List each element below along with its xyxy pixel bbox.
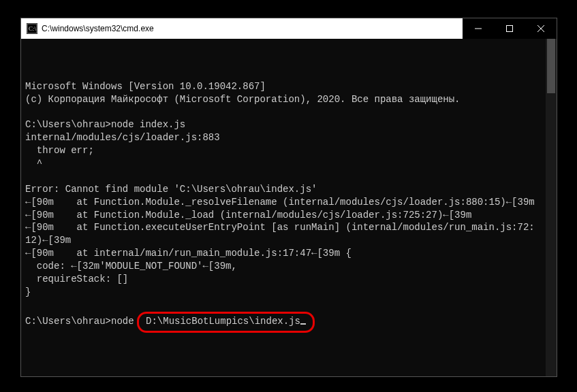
output-line: requireStack: []	[25, 274, 128, 284]
text-cursor	[300, 323, 306, 325]
output-line: ←[90m at internal/main/run_main_module.j…	[25, 248, 352, 259]
window-controls	[463, 18, 557, 39]
output-line: ←[90m at Function.executeUserEntryPoint …	[25, 222, 535, 246]
command-text: node index.js	[111, 119, 185, 130]
scrollbar[interactable]	[546, 39, 557, 376]
command-text: node	[111, 316, 140, 327]
window-title: C:\windows\system32\cmd.exe	[42, 24, 463, 33]
terminal-output[interactable]: Microsoft Windows [Version 10.0.19042.86…	[21, 39, 557, 376]
prompt: C:\Users\ohrau>	[25, 119, 111, 130]
maximize-button[interactable]	[494, 18, 525, 39]
close-button[interactable]	[525, 18, 557, 39]
output-line: ←[90m at Function.Module._resolveFilenam…	[25, 197, 535, 208]
command-path: D:\MusicBotLumpics\index.js	[146, 316, 300, 327]
output-line: (c) Корпорация Майкрософт (Microsoft Cor…	[25, 94, 461, 105]
svg-rect-4	[507, 26, 513, 32]
output-line: code: ←[32m'MODULE_NOT_FOUND'←[39m,	[25, 261, 237, 272]
output-line: }	[25, 287, 31, 297]
cmd-window: C:\ C:\windows\system32\cmd.exe Microsof…	[20, 18, 557, 377]
minimize-button[interactable]	[463, 18, 494, 39]
prompt: C:\Users\ohrau>	[25, 316, 111, 327]
cmd-icon: C:\	[27, 23, 37, 34]
output-line: Microsoft Windows [Version 10.0.19042.86…	[25, 81, 266, 92]
titlebar[interactable]: C:\ C:\windows\system32\cmd.exe	[21, 18, 557, 39]
highlighted-path: D:\MusicBotLumpics\index.js	[137, 312, 315, 333]
output-line: internal/modules/cjs/loader.js:883	[25, 132, 220, 143]
output-line: Error: Cannot find module 'C:\Users\ohra…	[25, 184, 317, 195]
scrollbar-thumb[interactable]	[547, 39, 555, 93]
output-line: ←[90m at Function.Module._load (internal…	[25, 210, 471, 220]
output-line: ^	[25, 158, 42, 169]
svg-text:C:\: C:\	[29, 25, 37, 32]
output-line: throw err;	[25, 145, 94, 156]
